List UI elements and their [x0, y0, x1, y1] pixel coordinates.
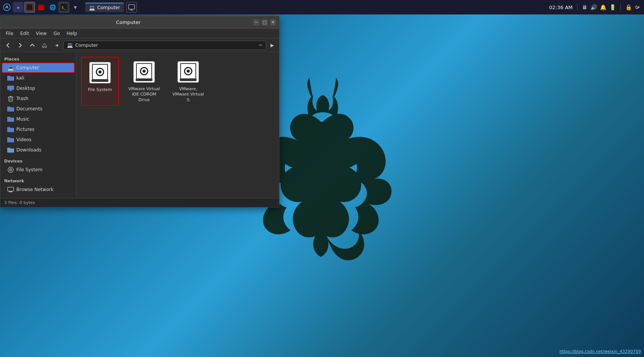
titlebar: Computer − □ ✕ — [0, 16, 279, 29]
location-bar: 💻 Computer ✏ — [63, 41, 266, 50]
desktop-sidebar-icon — [7, 85, 14, 92]
svg-rect-21 — [7, 107, 10, 108]
prev-location-btn[interactable]: ◀ — [51, 40, 62, 51]
file-area: File System — [76, 52, 279, 198]
places-header: Places — [0, 55, 76, 62]
maximize-btn[interactable]: □ — [262, 19, 268, 26]
active-window-btn[interactable]: 💻 Computer — [85, 3, 124, 12]
location-icon: 💻 — [67, 42, 73, 48]
lock-icon[interactable]: 🔒 — [625, 4, 632, 10]
computer-sidebar-label: Computer — [16, 65, 39, 70]
downloads-sidebar-icon — [7, 147, 14, 153]
close-btn[interactable]: ✕ — [270, 19, 276, 26]
file-item-cdrom[interactable]: VMware Virtual IDE CDROM Drive — [125, 57, 163, 106]
up-btn[interactable] — [27, 40, 38, 51]
pictures-sidebar-icon — [7, 126, 14, 133]
filesystem-label: File System — [88, 87, 112, 92]
sidebar-item-music[interactable]: Music — [2, 114, 75, 124]
forward-btn[interactable] — [15, 40, 25, 51]
pictures-sidebar-label: Pictures — [16, 127, 35, 132]
svg-rect-8 — [131, 10, 132, 10]
svg-rect-34 — [9, 191, 12, 192]
svg-rect-27 — [7, 137, 10, 139]
music-sidebar-label: Music — [16, 116, 29, 122]
sidebar-item-documents[interactable]: Documents — [2, 104, 75, 114]
computer-sidebar-icon: 💻 — [7, 64, 14, 71]
kali-folder-icon — [7, 75, 14, 81]
svg-rect-29 — [7, 148, 10, 149]
sidebar: Places 💻 Computer kali Desktop — [0, 52, 76, 198]
menu-file[interactable]: File — [3, 30, 16, 37]
network-header: Network — [0, 177, 76, 184]
cmd-btn[interactable]: $_ — [59, 2, 69, 13]
minimize-btn[interactable]: − — [253, 19, 259, 26]
content-area: Places 💻 Computer kali Desktop — [0, 52, 279, 198]
svg-text:$_: $_ — [62, 6, 66, 10]
videos-sidebar-label: Videos — [16, 137, 32, 142]
volume-icon[interactable]: 🔊 — [590, 4, 597, 10]
svg-rect-23 — [7, 117, 10, 118]
sidebar-item-filesystem[interactable]: File System — [2, 165, 75, 175]
sidebar-item-trash[interactable]: Trash — [2, 94, 75, 104]
file-manager-window: Computer − □ ✕ File Edit View Go Help ◀ … — [0, 16, 279, 207]
terminal-btn[interactable] — [24, 2, 35, 13]
taskbar-right: 02:36 AM 🖥 🔊 🔔 🔋 🔒 ↺ — [549, 3, 642, 11]
vm-btn[interactable] — [126, 2, 137, 13]
location-edit-btn[interactable]: ✏ — [259, 43, 263, 48]
taskbar: ▪ 🌐 $_ ▼ 💻 Computer 02:36 AM 🖥 🔊 🔔 — [0, 0, 644, 14]
sidebar-item-kali[interactable]: kali — [2, 73, 75, 83]
back-btn[interactable] — [3, 40, 13, 51]
svg-rect-3 — [38, 5, 44, 5]
file-item-vmware-virtual-s[interactable]: VMware, VMware Virtual S — [169, 57, 207, 106]
sidebar-item-videos[interactable]: Videos — [2, 135, 75, 145]
sep2 — [620, 3, 621, 11]
kali-taskbar-icon[interactable] — [2, 2, 12, 13]
browse-network-label: Browse Network — [16, 187, 54, 192]
file-item-filesystem[interactable]: File System — [81, 57, 119, 106]
home-btn[interactable] — [39, 40, 50, 51]
documents-sidebar-icon — [7, 105, 14, 112]
svg-rect-25 — [7, 127, 10, 129]
videos-sidebar-icon — [7, 136, 14, 143]
devices-header: Devices — [0, 157, 76, 164]
titlebar-title: Computer — [3, 19, 253, 25]
files-btn[interactable] — [36, 2, 46, 13]
taskbar-left: ▪ 🌐 $_ ▼ 💻 Computer — [2, 2, 549, 13]
documents-sidebar-label: Documents — [16, 106, 42, 112]
desktop-sidebar-label: Desktop — [16, 86, 35, 91]
filesystem-sidebar-label: File System — [16, 167, 43, 172]
sidebar-item-computer[interactable]: 💻 Computer — [2, 63, 75, 73]
menu-view[interactable]: View — [33, 30, 49, 37]
music-sidebar-icon — [7, 116, 14, 123]
notification-icon[interactable]: 🔔 — [600, 4, 606, 10]
svg-rect-35 — [8, 192, 13, 192]
svg-rect-2 — [27, 4, 33, 10]
svg-rect-33 — [8, 187, 14, 191]
power-icon[interactable]: ↺ — [633, 3, 641, 11]
svg-rect-14 — [8, 91, 13, 91]
more-btn[interactable]: ▼ — [70, 2, 81, 13]
sidebar-item-pictures[interactable]: Pictures — [2, 124, 75, 134]
menu-go[interactable]: Go — [51, 30, 63, 37]
sidebar-item-desktop[interactable]: Desktop — [2, 83, 75, 93]
svg-point-32 — [10, 169, 11, 170]
active-window-label: Computer — [97, 5, 120, 10]
battery-icon: 🔋 — [609, 4, 616, 10]
toolbar: ◀ 💻 Computer ✏ ▶ — [0, 38, 279, 52]
cdrom-icon — [132, 60, 156, 84]
location-next-btn[interactable]: ▶ — [268, 41, 277, 50]
svg-rect-7 — [128, 5, 135, 9]
menu-edit[interactable]: Edit — [17, 30, 32, 37]
sidebar-item-browse-network[interactable]: Browse Network — [2, 185, 75, 194]
trash-sidebar-label: Trash — [16, 96, 29, 101]
web-btn[interactable]: 🌐 — [47, 2, 58, 13]
kali-sidebar-label: kali — [16, 75, 24, 81]
sidebar-item-downloads[interactable]: Downloads — [2, 145, 75, 155]
clock: 02:36 AM — [549, 5, 573, 10]
vmware-vs-label: VMware, VMware Virtual S — [171, 86, 205, 103]
browse-network-icon — [7, 186, 14, 193]
filesystem-sidebar-icon — [7, 166, 14, 173]
statusbar-text: 3 files: 0 bytes — [4, 200, 35, 205]
menu-help[interactable]: Help — [63, 30, 80, 37]
workspace1-btn[interactable]: ▪ — [13, 2, 24, 13]
